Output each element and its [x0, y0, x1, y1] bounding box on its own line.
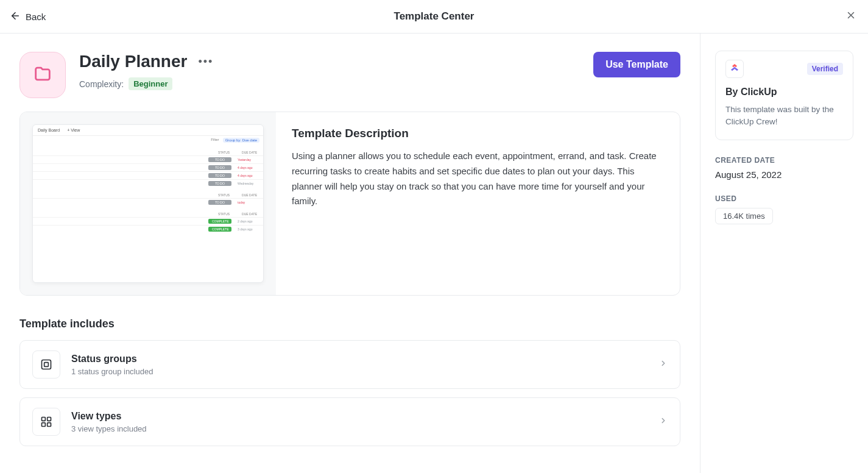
arrow-left-icon — [10, 10, 21, 23]
view-types-icon — [32, 408, 60, 436]
created-date-label: CREATED DATE — [715, 156, 853, 165]
status-groups-icon — [32, 350, 60, 379]
svg-rect-4 — [44, 363, 49, 367]
preview-status-pill: COMPLETE — [208, 219, 231, 224]
close-icon — [845, 10, 856, 24]
sidebar: Verified By ClickUp This template was bu… — [700, 34, 868, 473]
preview-due: 2 days ago — [238, 219, 258, 223]
chevron-right-icon — [659, 416, 668, 427]
used-label: USED — [715, 194, 853, 203]
include-title: Status groups — [71, 354, 648, 365]
main-content: Daily Planner ••• Complexity: Beginner U… — [0, 34, 700, 473]
svg-rect-6 — [48, 418, 51, 421]
verified-badge: Verified — [807, 63, 843, 75]
preview-tab: + View — [67, 128, 80, 132]
close-button[interactable] — [844, 9, 858, 24]
preview-due: 4 days ago — [238, 166, 258, 169]
description-text: Using a planner allows you to schedule e… — [292, 149, 664, 209]
back-label: Back — [26, 12, 46, 22]
folder-icon — [32, 63, 53, 87]
template-preview-pane: Daily Board + View Filter Group by: Due … — [20, 112, 276, 295]
template-preview: Daily Board + View Filter Group by: Due … — [32, 124, 264, 283]
preview-due: Yesterday — [238, 158, 258, 162]
preview-col-header: STATUS — [218, 212, 230, 216]
description-heading: Template Description — [292, 127, 664, 140]
author-description: This template was built by the ClickUp C… — [725, 104, 843, 129]
header-bar: Back Template Center — [0, 0, 868, 34]
template-title: Daily Planner — [79, 52, 187, 71]
preview-status-pill: TO DO — [208, 173, 231, 178]
includes-heading: Template includes — [19, 318, 680, 330]
preview-tab: Daily Board — [38, 128, 60, 132]
preview-col-header: STATUS — [218, 193, 230, 197]
use-template-button[interactable]: Use Template — [593, 52, 680, 77]
preview-due: 3 days ago — [238, 227, 258, 231]
preview-col-header: DUE DATE — [242, 151, 257, 154]
preview-due: 4 days ago — [238, 174, 258, 177]
preview-col-header: STATUS — [218, 151, 230, 154]
author-name: By ClickUp — [725, 87, 843, 98]
back-button[interactable]: Back — [10, 10, 46, 23]
preview-due: today — [238, 201, 258, 204]
include-item-view-types[interactable]: View types 3 view types included — [19, 397, 680, 446]
svg-rect-8 — [48, 423, 51, 427]
template-header: Daily Planner ••• Complexity: Beginner U… — [19, 52, 680, 98]
preview-status-pill: TO DO — [208, 200, 231, 205]
preview-status-pill: TO DO — [208, 165, 231, 170]
created-date-value: August 25, 2022 — [715, 169, 853, 180]
complexity-label: Complexity: — [79, 79, 124, 89]
preview-col-header: DUE DATE — [242, 193, 257, 197]
include-title: View types — [71, 411, 648, 422]
ellipsis-icon: ••• — [198, 55, 213, 68]
preview-groupby-label: Group by: Due date — [223, 138, 259, 143]
include-subtitle: 1 status group included — [71, 367, 648, 376]
preview-filter-label: Filter — [211, 138, 219, 143]
used-count-badge: 16.4K times — [715, 208, 773, 224]
svg-rect-3 — [42, 360, 51, 369]
svg-rect-5 — [42, 418, 46, 421]
preview-status-pill: COMPLETE — [208, 227, 231, 232]
svg-rect-7 — [42, 423, 46, 427]
complexity-badge: Beginner — [129, 77, 172, 90]
author-card: Verified By ClickUp This template was bu… — [715, 51, 853, 140]
template-icon-badge — [19, 52, 66, 98]
page-title: Template Center — [394, 10, 475, 23]
preview-status-pill: TO DO — [208, 157, 231, 162]
chevron-right-icon — [659, 359, 668, 370]
preview-due: Wednesday — [238, 182, 258, 185]
clickup-logo-icon — [730, 63, 739, 75]
include-subtitle: 3 view types included — [71, 424, 648, 433]
preview-col-header: DUE DATE — [242, 212, 257, 216]
include-item-status-groups[interactable]: Status groups 1 status group included — [19, 340, 680, 389]
author-logo — [725, 60, 744, 78]
description-box: Daily Board + View Filter Group by: Due … — [19, 112, 680, 296]
more-options-button[interactable]: ••• — [198, 55, 213, 68]
preview-status-pill: TO DO — [208, 181, 231, 186]
